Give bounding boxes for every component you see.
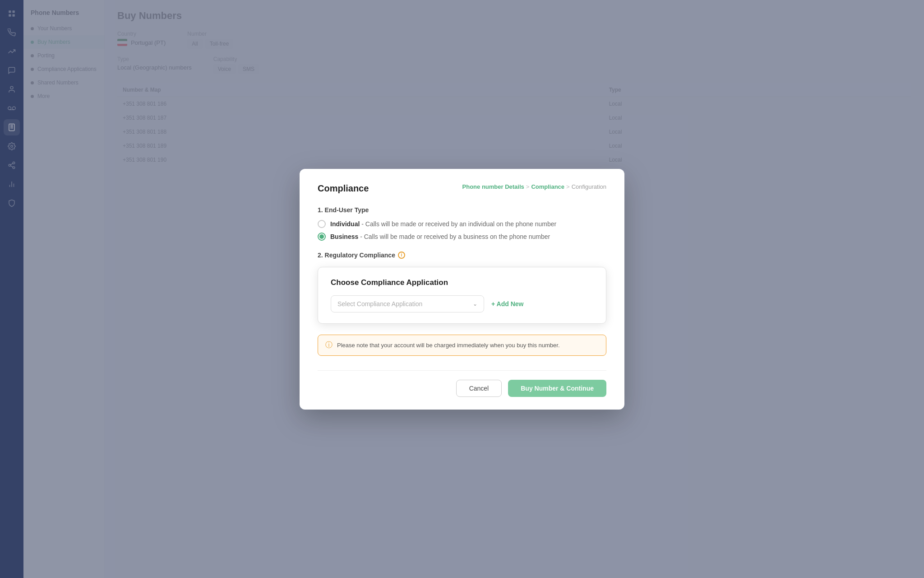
modal-title: Compliance (318, 183, 369, 194)
breadcrumb: Phone number Details > Compliance > Conf… (462, 183, 606, 190)
choose-compliance-title: Choose Compliance Application (331, 278, 593, 287)
radio-label-business: Business - Calls will be made or receive… (330, 233, 550, 240)
radio-individual[interactable]: Individual - Calls will be made or recei… (318, 220, 606, 228)
section1-title: 1. End-User Type (318, 206, 606, 214)
breadcrumb-step2: Compliance (531, 183, 564, 190)
modal-overlay: Compliance Phone number Details > Compli… (0, 0, 924, 578)
radio-circle-individual[interactable] (318, 220, 326, 228)
radio-label-individual: Individual - Calls will be made or recei… (330, 220, 556, 228)
add-new-link[interactable]: + Add New (491, 300, 523, 308)
info-icon: i (398, 252, 405, 259)
compliance-modal: Compliance Phone number Details > Compli… (300, 169, 624, 410)
choose-compliance-panel: Choose Compliance Application Select Com… (318, 267, 606, 324)
breadcrumb-step3: Configuration (572, 183, 606, 190)
buy-number-button[interactable]: Buy Number & Continue (508, 380, 606, 397)
end-user-type-group: Individual - Calls will be made or recei… (318, 220, 606, 241)
radio-circle-business[interactable] (318, 233, 326, 241)
section2-title: 2. Regulatory Compliance i (318, 252, 606, 259)
cancel-button[interactable]: Cancel (456, 380, 502, 397)
modal-footer: Cancel Buy Number & Continue (318, 370, 606, 397)
notice-box: ⓘ Please note that your account will be … (318, 335, 606, 356)
select-placeholder: Select Compliance Application (337, 300, 422, 308)
breadcrumb-sep2: > (566, 183, 570, 190)
chevron-down-icon: ⌄ (473, 301, 477, 307)
modal-header: Compliance Phone number Details > Compli… (318, 183, 606, 194)
notice-text: Please note that your account will be ch… (337, 342, 560, 349)
warning-icon: ⓘ (325, 340, 333, 350)
breadcrumb-sep1: > (526, 183, 530, 190)
compliance-select-dropdown[interactable]: Select Compliance Application ⌄ (331, 295, 484, 312)
radio-business[interactable]: Business - Calls will be made or receive… (318, 233, 606, 241)
select-row: Select Compliance Application ⌄ + Add Ne… (331, 295, 593, 312)
breadcrumb-step1: Phone number Details (462, 183, 524, 190)
